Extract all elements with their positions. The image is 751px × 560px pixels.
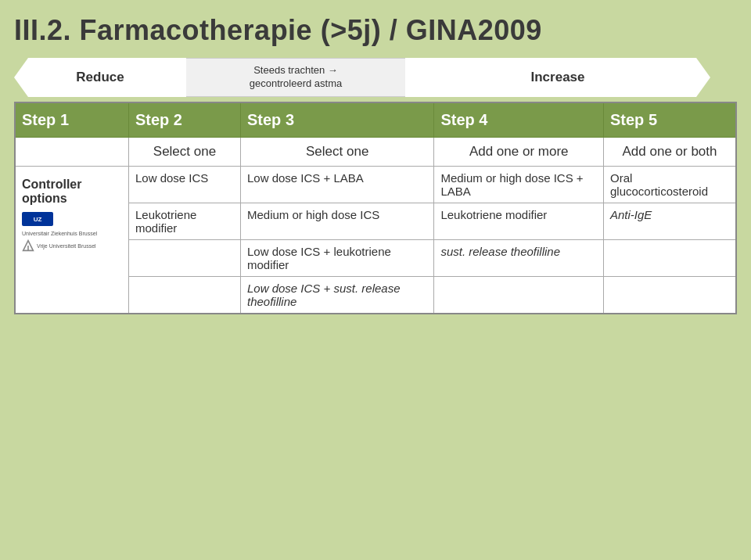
page-title: III.2. Farmacotherapie (>5j) / GINA2009 <box>14 14 737 47</box>
reduce-label: Reduce <box>76 70 124 85</box>
header-row: Step 1 Step 2 Step 3 Step 4 Step 5 <box>15 102 736 138</box>
select-step2: Select one <box>128 138 240 167</box>
header-step1: Step 1 <box>15 102 128 138</box>
logo-area: UZ Universitair Ziekenhuis Brussel Vrije… <box>22 212 122 252</box>
vub-logo-wrap: Vrije Universiteit Brussel <box>22 239 96 252</box>
middle-line1: Steeds trachten → <box>253 64 338 77</box>
main-table: Step 1 Step 2 Step 3 Step 4 Step 5 Selec… <box>14 102 737 314</box>
row4-step2 <box>128 277 240 314</box>
row3-step4: sust. release theofilline <box>434 240 604 277</box>
row4-step3: Low dose ICS + sust. release theofilline <box>240 277 433 314</box>
arrow-row: Reduce Steeds trachten → gecontroleerd a… <box>14 58 737 97</box>
select-step5: Add one or both <box>603 138 736 167</box>
increase-label: Increase <box>531 70 585 85</box>
select-step4: Add one or more <box>434 138 604 167</box>
row1-step3: Low dose ICS + LABA <box>240 167 433 203</box>
vub-name: Vrije Universiteit Brussel <box>37 243 96 249</box>
row3-step5 <box>603 240 736 277</box>
row1-step4: Medium or high dose ICS + LABA <box>434 167 604 203</box>
row1-step5: Oral glucocorticosteroid <box>603 167 736 203</box>
middle-arrow: Steeds trachten → gecontroleerd astma <box>186 58 405 97</box>
row1-step2: Low dose ICS <box>128 167 240 203</box>
header-step2: Step 2 <box>128 102 240 138</box>
middle-line2: gecontroleerd astma <box>250 77 343 91</box>
row4-step4 <box>434 277 604 314</box>
row3-step2 <box>128 240 240 277</box>
vub-icon <box>22 239 34 252</box>
select-step1 <box>15 138 128 167</box>
table-row: Controller options UZ Universitair Zieke… <box>15 167 736 203</box>
row2-step2: Leukotriene modifier <box>128 203 240 240</box>
select-step3: Select one <box>240 138 433 167</box>
header-step5: Step 5 <box>603 102 736 138</box>
row2-step3: Medium or high dose ICS <box>240 203 433 240</box>
controller-label: Controller options <box>22 171 122 206</box>
reduce-arrow: Reduce <box>14 58 186 97</box>
uzb-logo: UZ <box>22 212 53 226</box>
increase-arrow: Increase <box>405 58 710 97</box>
row2-step5: Anti-IgE <box>603 203 736 240</box>
header-step4: Step 4 <box>434 102 604 138</box>
row3-step3: Low dose ICS + leukotriene modifier <box>240 240 433 277</box>
row4-step5 <box>603 277 736 314</box>
uzb-name: Universitair Ziekenhuis Brussel <box>22 231 97 236</box>
controller-label-cell: Controller options UZ Universitair Zieke… <box>15 167 128 314</box>
header-step3: Step 3 <box>240 102 433 138</box>
select-row: Select one Select one Add one or more Ad… <box>15 138 736 167</box>
row2-step4: Leukotriene modifier <box>434 203 604 240</box>
